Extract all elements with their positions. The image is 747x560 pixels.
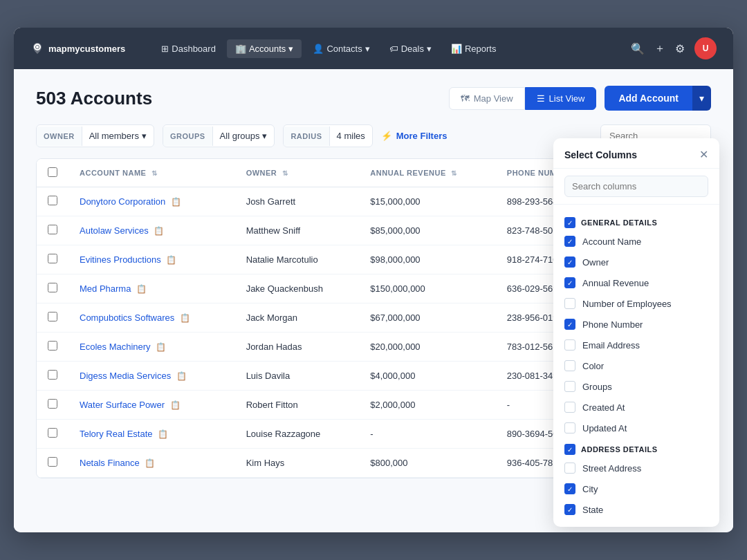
column-item[interactable]: ✓ Annual Revenue (553, 272, 719, 293)
row-checkbox[interactable] (48, 196, 57, 205)
revenue-cell: $15,000,000 (359, 187, 496, 216)
nav-dashboard[interactable]: ⊞ Dashboard (153, 39, 224, 58)
radius-filter-value: 4 miles (337, 131, 365, 141)
account-name-link[interactable]: Donytoro Corporation (80, 196, 165, 207)
column-checkbox[interactable] (564, 381, 575, 392)
account-name-link[interactable]: Evitines Productions (80, 254, 161, 265)
account-name-link[interactable]: Netals Finance (80, 458, 140, 468)
column-name: Created At (582, 402, 625, 413)
revenue-cell: $800,000 (359, 449, 496, 478)
column-item[interactable]: Email Address (553, 335, 719, 355)
person-icon: 👤 (313, 44, 324, 54)
section-checkbox[interactable]: ✓ (564, 217, 575, 228)
section-header: ✓ ADDRESS DETAILS (553, 438, 719, 458)
column-checkbox[interactable]: ✓ (564, 277, 575, 288)
column-checkbox[interactable]: ✓ (564, 483, 575, 494)
copy-icon[interactable]: 📋 (171, 197, 181, 207)
column-item[interactable]: ✓ Owner (553, 252, 719, 272)
nav-accounts[interactable]: 🏢 Accounts ▾ (227, 39, 302, 58)
row-checkbox[interactable] (48, 225, 57, 234)
owner-filter-select[interactable]: All members ▾ (82, 125, 154, 147)
account-name-link[interactable]: Med Pharma (80, 283, 131, 294)
add-account-caret-button[interactable]: ▾ (692, 86, 711, 111)
search-button[interactable]: 🔍 (631, 42, 645, 55)
row-checkbox[interactable] (48, 399, 57, 409)
account-name-link[interactable]: Ecoles Machinery (80, 342, 151, 352)
add-account-button[interactable]: Add Account (605, 86, 692, 111)
revenue-cell: - (359, 420, 496, 449)
column-item[interactable]: ✓ Account Name (553, 231, 719, 252)
column-checkbox[interactable] (564, 360, 575, 371)
column-checkbox[interactable]: ✓ (564, 319, 575, 330)
column-name: Street Address (582, 463, 641, 474)
row-checkbox[interactable] (48, 254, 57, 263)
column-item[interactable]: ✓ State (553, 499, 719, 520)
column-name: Owner (582, 257, 609, 268)
revenue-cell: $2,000,000 (359, 391, 496, 420)
section-checkbox[interactable]: ✓ (564, 444, 575, 455)
row-checkbox[interactable] (48, 370, 57, 380)
columns-search-input[interactable] (564, 176, 708, 197)
deals-caret-icon: ▾ (427, 44, 432, 54)
account-name-link[interactable]: Telory Real Estate (80, 429, 153, 439)
settings-button[interactable]: ⚙ (675, 42, 685, 55)
copy-icon[interactable]: 📋 (180, 313, 190, 323)
column-item[interactable]: ✓ Phone Number (553, 314, 719, 335)
copy-icon[interactable]: 📋 (158, 429, 168, 439)
owner-cell: Robert Fitton (235, 391, 360, 420)
nav-reports[interactable]: 📊 Reports (443, 39, 505, 58)
copy-icon[interactable]: 📋 (154, 226, 164, 236)
row-checkbox[interactable] (48, 283, 57, 292)
account-name-sort-icon[interactable]: ⇅ (151, 169, 158, 177)
column-checkbox[interactable] (564, 298, 575, 309)
column-checkbox[interactable] (564, 422, 575, 433)
tag-icon: 🏷 (389, 44, 398, 54)
column-checkbox[interactable]: ✓ (564, 236, 575, 247)
copy-icon[interactable]: 📋 (136, 284, 147, 294)
column-item[interactable]: Created At (553, 397, 719, 418)
panel-close-button[interactable]: ✕ (699, 148, 708, 161)
row-checkbox[interactable] (48, 341, 57, 351)
account-name-link[interactable]: Compubotics Softwares (80, 312, 174, 323)
account-name-link[interactable]: Water Surface Power (80, 400, 165, 410)
radius-filter-select[interactable]: 4 miles (330, 125, 372, 147)
column-checkbox[interactable] (564, 402, 575, 413)
list-icon: ☰ (537, 93, 545, 104)
panel-search-area (553, 169, 719, 205)
row-checkbox[interactable] (48, 428, 57, 438)
copy-icon[interactable]: 📋 (166, 255, 176, 265)
column-checkbox[interactable]: ✓ (564, 504, 575, 515)
nav-deals[interactable]: 🏷 Deals ▾ (381, 39, 440, 58)
column-item[interactable]: Groups (553, 376, 719, 397)
select-all-checkbox[interactable] (48, 167, 57, 177)
groups-filter-value: All groups (220, 131, 260, 141)
avatar: U (694, 37, 717, 59)
nav-contacts[interactable]: 👤 Contacts ▾ (304, 39, 378, 58)
copy-icon[interactable]: 📋 (145, 458, 155, 468)
groups-filter-select[interactable]: All groups ▾ (213, 125, 275, 147)
copy-icon[interactable]: 📋 (176, 371, 187, 381)
revenue-cell: $150,000,000 (359, 274, 496, 304)
more-filters-button[interactable]: ⚡ More Filters (381, 131, 448, 141)
column-checkbox[interactable] (564, 463, 575, 474)
add-button[interactable]: ＋ (654, 41, 665, 56)
panel-header: Select Columns ✕ (553, 138, 719, 169)
column-item[interactable]: Color (553, 355, 719, 376)
column-item[interactable]: Street Address (553, 458, 719, 478)
row-checkbox[interactable] (48, 457, 57, 467)
copy-icon[interactable]: 📋 (170, 400, 181, 410)
account-name-link[interactable]: Autolaw Services (80, 225, 149, 236)
column-item[interactable]: ✓ City (553, 478, 719, 499)
revenue-sort-icon[interactable]: ⇅ (451, 169, 457, 177)
column-item[interactable]: Number of Employees (553, 293, 719, 314)
account-name-link[interactable]: Digess Media Services (80, 371, 171, 381)
row-checkbox[interactable] (48, 312, 57, 321)
col-owner: OWNER ⇅ (235, 159, 360, 187)
list-view-button[interactable]: ☰ List View (525, 87, 597, 110)
column-checkbox[interactable]: ✓ (564, 256, 575, 268)
owner-sort-icon[interactable]: ⇅ (282, 169, 288, 177)
column-checkbox[interactable] (564, 339, 575, 351)
map-view-button[interactable]: 🗺 Map View (449, 87, 525, 110)
copy-icon[interactable]: 📋 (156, 342, 166, 352)
column-item[interactable]: Updated At (553, 418, 719, 438)
